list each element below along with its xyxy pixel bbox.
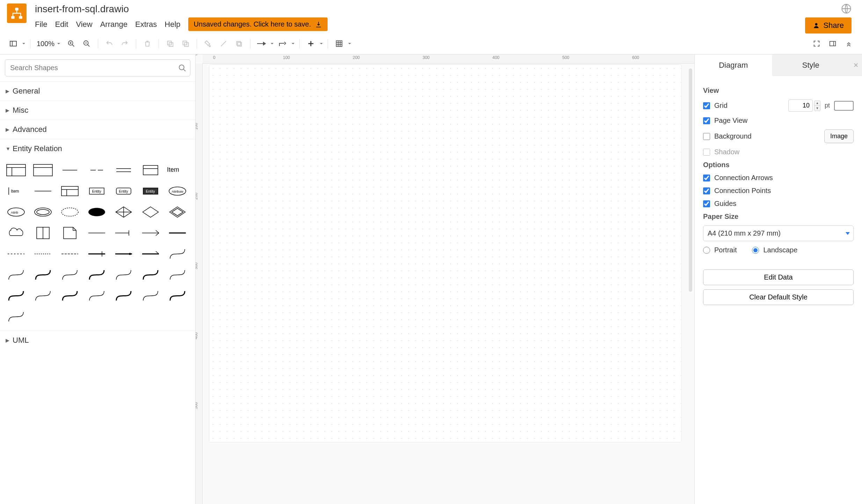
share-button[interactable]: Share <box>805 17 852 34</box>
category-general[interactable]: ▶General <box>0 82 195 101</box>
landscape-radio[interactable] <box>752 247 759 254</box>
vertical-scrollbar[interactable] <box>689 68 692 292</box>
er-shape-30[interactable] <box>59 245 80 262</box>
insert-dropdown[interactable] <box>304 37 318 51</box>
category-uml[interactable]: ▶UML <box>0 331 195 350</box>
er-shape-11[interactable]: Entity <box>113 183 134 199</box>
er-shape-25[interactable] <box>113 224 134 241</box>
er-shape-46[interactable] <box>113 287 134 304</box>
er-shape-29[interactable] <box>32 245 53 262</box>
page[interactable] <box>210 65 681 442</box>
chevron-down-icon[interactable] <box>348 42 352 46</box>
er-shape-2[interactable] <box>59 162 80 178</box>
er-shape-1[interactable] <box>32 162 53 178</box>
er-shape-37[interactable] <box>59 266 80 283</box>
category-misc[interactable]: ▶Misc <box>0 101 195 120</box>
grid-size-input[interactable] <box>788 99 813 112</box>
portrait-radio[interactable] <box>703 247 710 254</box>
sidebar-toggle-button[interactable] <box>6 37 20 51</box>
background-image-button[interactable]: Image <box>824 129 854 143</box>
search-icon[interactable] <box>178 64 187 72</box>
er-shape-44[interactable] <box>59 287 80 304</box>
menu-edit[interactable]: Edit <box>55 20 68 29</box>
grid-size-stepper[interactable]: ▲▼ <box>814 101 820 111</box>
shadow-button[interactable] <box>232 37 246 51</box>
er-shape-14[interactable]: Attrib <box>6 203 27 220</box>
er-shape-45[interactable] <box>86 287 107 304</box>
table-dropdown[interactable] <box>332 37 346 51</box>
redo-button[interactable] <box>118 37 132 51</box>
fill-color-button[interactable] <box>201 37 215 51</box>
grid-checkbox[interactable] <box>703 102 710 109</box>
search-input[interactable] <box>5 60 190 76</box>
er-shape-22[interactable] <box>32 224 53 241</box>
zoom-out-button[interactable] <box>80 37 94 51</box>
app-logo[interactable] <box>7 3 27 23</box>
er-shape-20[interactable] <box>167 203 188 220</box>
er-shape-38[interactable] <box>86 266 107 283</box>
er-shape-41[interactable] <box>167 266 188 283</box>
shadow-checkbox[interactable] <box>703 149 710 156</box>
paper-size-select[interactable]: A4 (210 mm x 297 mm) <box>703 225 854 241</box>
er-shape-16[interactable] <box>59 203 80 220</box>
er-shape-39[interactable] <box>113 266 134 283</box>
er-shape-7[interactable]: Item <box>6 183 27 199</box>
er-shape-49[interactable] <box>6 308 27 325</box>
er-shape-42[interactable] <box>6 287 27 304</box>
chevron-down-icon[interactable] <box>270 42 274 46</box>
er-shape-12[interactable]: Entity <box>140 183 161 199</box>
menu-file[interactable]: File <box>35 20 47 29</box>
background-checkbox[interactable] <box>703 133 710 140</box>
er-shape-19[interactable] <box>140 203 161 220</box>
category-entity-relation[interactable]: ▼Entity Relation <box>0 139 195 158</box>
connection-points-checkbox[interactable] <box>703 187 710 194</box>
canvas[interactable]: 0100200300400500600 0100200300400500 <box>196 54 694 504</box>
er-shape-13[interactable]: Attribute <box>167 183 188 199</box>
chevron-down-icon[interactable] <box>22 42 26 46</box>
er-shape-4[interactable] <box>113 162 134 178</box>
er-shape-21[interactable] <box>6 224 27 241</box>
collapse-button[interactable] <box>842 37 856 51</box>
er-shape-10[interactable]: Entity <box>86 183 107 199</box>
clear-default-style-button[interactable]: Clear Default Style <box>703 289 854 305</box>
tab-style[interactable]: Style <box>772 54 850 76</box>
waypoint-dropdown[interactable] <box>276 37 290 51</box>
line-color-button[interactable] <box>217 37 231 51</box>
er-shape-15[interactable] <box>32 203 53 220</box>
er-shape-47[interactable] <box>140 287 161 304</box>
zoom-dropdown[interactable]: 100% <box>35 40 63 48</box>
grid-color-swatch[interactable] <box>834 101 854 111</box>
er-shape-28[interactable] <box>6 245 27 262</box>
close-panel-button[interactable]: ✕ <box>849 54 862 76</box>
menu-arrange[interactable]: Arrange <box>100 20 127 29</box>
er-shape-35[interactable] <box>6 266 27 283</box>
fullscreen-button[interactable] <box>810 37 824 51</box>
page-view-checkbox[interactable] <box>703 117 710 124</box>
tab-diagram[interactable]: Diagram <box>695 54 772 76</box>
er-shape-17[interactable] <box>86 203 107 220</box>
er-shape-27[interactable] <box>167 224 188 241</box>
delete-button[interactable] <box>140 37 154 51</box>
menu-help[interactable]: Help <box>165 20 180 29</box>
er-shape-8[interactable] <box>32 183 53 199</box>
er-shape-32[interactable] <box>113 245 134 262</box>
er-shape-18[interactable] <box>113 203 134 220</box>
er-shape-0[interactable] <box>6 162 27 178</box>
er-shape-36[interactable] <box>32 266 53 283</box>
er-shape-23[interactable] <box>59 224 80 241</box>
er-shape-34[interactable] <box>167 245 188 262</box>
er-shape-43[interactable] <box>32 287 53 304</box>
er-shape-40[interactable] <box>140 266 161 283</box>
er-shape-9[interactable] <box>59 183 80 199</box>
connection-arrows-checkbox[interactable] <box>703 175 710 181</box>
category-advanced[interactable]: ▶Advanced <box>0 120 195 139</box>
format-panel-toggle[interactable] <box>826 37 840 51</box>
er-shape-31[interactable] <box>86 245 107 262</box>
er-shape-5[interactable] <box>140 162 161 178</box>
chevron-down-icon[interactable] <box>319 42 323 46</box>
er-shape-48[interactable] <box>167 287 188 304</box>
guides-checkbox[interactable] <box>703 200 710 207</box>
er-shape-3[interactable] <box>86 162 107 178</box>
er-shape-24[interactable] <box>86 224 107 241</box>
to-front-button[interactable] <box>163 37 177 51</box>
